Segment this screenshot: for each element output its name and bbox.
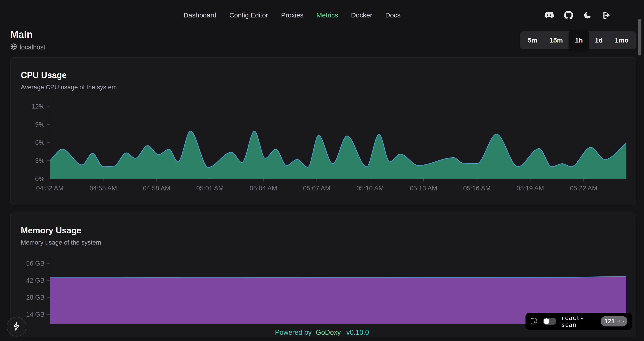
time-range-selector: 5m 15m 1h 1d 1mo	[520, 31, 636, 49]
svg-text:9%: 9%	[35, 121, 44, 128]
page-heading: Main localhost	[10, 29, 45, 52]
header-icons	[544, 0, 610, 31]
toggle-knob	[544, 318, 550, 324]
svg-text:12%: 12%	[32, 103, 44, 110]
discord-icon[interactable]	[544, 12, 554, 19]
svg-text:6%: 6%	[35, 139, 44, 146]
memory-card-subtitle: Memory usage of the system	[21, 239, 626, 246]
powered-by-text: Powered by	[275, 328, 312, 336]
svg-text:05:10 AM: 05:10 AM	[356, 185, 384, 192]
zap-button[interactable]	[7, 317, 26, 336]
cpu-usage-card: CPU Usage Average CPU usage of the syste…	[10, 57, 636, 205]
svg-text:05:16 AM: 05:16 AM	[463, 185, 490, 192]
time-range-1h[interactable]: 1h	[569, 31, 589, 50]
nav-item-docs[interactable]: Docs	[385, 12, 400, 19]
logout-icon[interactable]	[602, 11, 610, 20]
svg-text:42 GB: 42 GB	[26, 277, 44, 284]
svg-text:14 GB: 14 GB	[26, 311, 44, 318]
cpu-card-title: CPU Usage	[21, 71, 626, 80]
memory-card-title: Memory Usage	[21, 226, 626, 235]
svg-text:56 GB: 56 GB	[26, 260, 44, 267]
svg-text:04:58 AM: 04:58 AM	[143, 185, 170, 192]
time-range-5m[interactable]: 5m	[522, 31, 544, 49]
time-range-1d[interactable]: 1d	[589, 31, 609, 49]
nav-item-proxies[interactable]: Proxies	[281, 12, 304, 19]
nav-item-metrics[interactable]: Metrics	[316, 12, 338, 19]
top-nav: Dashboard Config Editor Proxies Metrics …	[184, 0, 400, 31]
time-range-1mo[interactable]: 1mo	[609, 31, 634, 49]
version-text: v0.10.0	[346, 328, 369, 336]
svg-text:05:13 AM: 05:13 AM	[410, 185, 438, 192]
scrollbar-thumb[interactable]	[638, 19, 641, 56]
svg-text:3%: 3%	[35, 157, 44, 164]
zap-icon	[12, 321, 21, 332]
globe-icon	[10, 43, 17, 52]
nav-item-dashboard[interactable]: Dashboard	[184, 12, 216, 19]
svg-text:05:07 AM: 05:07 AM	[303, 185, 330, 192]
react-scan-toggle[interactable]	[543, 318, 556, 325]
fps-value: 121	[604, 318, 615, 325]
svg-text:05:22 AM: 05:22 AM	[570, 185, 598, 192]
svg-text:0%: 0%	[35, 175, 44, 182]
nav-item-docker[interactable]: Docker	[351, 12, 372, 19]
svg-text:05:01 AM: 05:01 AM	[196, 185, 224, 192]
svg-text:04:55 AM: 04:55 AM	[90, 185, 117, 192]
cpu-usage-chart: 0%3%6%9%12%04:52 AM04:55 AM04:58 AM05:01…	[10, 99, 636, 197]
github-icon[interactable]	[564, 11, 573, 20]
react-scan-label: react-scan	[561, 314, 596, 328]
time-range-15m[interactable]: 15m	[544, 31, 569, 49]
fps-unit: FPS	[616, 319, 624, 323]
react-scan-widget: react-scan 121 FPS	[526, 313, 632, 330]
moon-icon[interactable]	[583, 11, 592, 20]
svg-text:28 GB: 28 GB	[26, 294, 44, 301]
host-row: localhost	[10, 43, 45, 52]
inspect-icon[interactable]	[530, 317, 538, 325]
godoxy-brand-link[interactable]: GoDoxy	[316, 328, 341, 336]
cpu-card-header: CPU Usage Average CPU usage of the syste…	[10, 58, 636, 91]
svg-text:05:19 AM: 05:19 AM	[516, 185, 544, 192]
svg-text:05:04 AM: 05:04 AM	[250, 185, 277, 192]
memory-card-header: Memory Usage Memory usage of the system	[10, 213, 636, 246]
svg-text:04:52 AM: 04:52 AM	[36, 185, 64, 192]
page-title: Main	[10, 29, 45, 41]
host-label: localhost	[20, 44, 45, 51]
nav-item-config-editor[interactable]: Config Editor	[230, 12, 268, 19]
cpu-card-subtitle: Average CPU usage of the system	[21, 84, 626, 91]
fps-badge: 121 FPS	[600, 316, 628, 326]
